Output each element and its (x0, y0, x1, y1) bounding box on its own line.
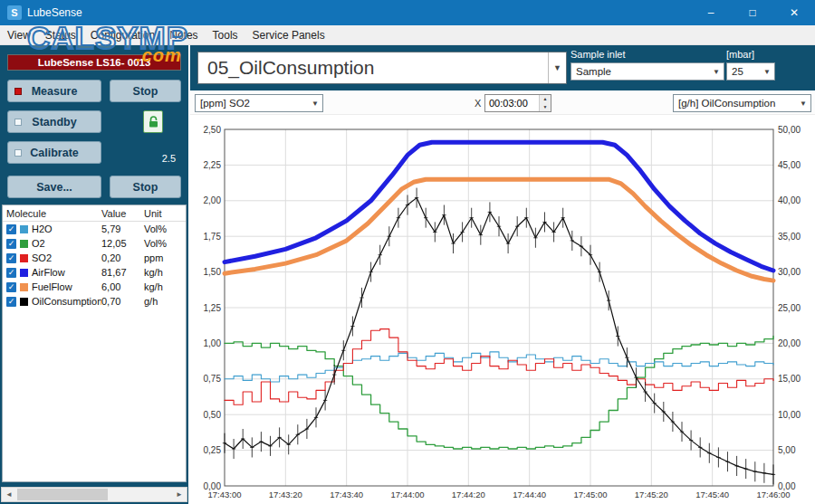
molecule-panel: Molecule Value Unit ✓H2O5,79Vol%✓O212,05… (2, 204, 187, 482)
scroll-right-icon[interactable]: ► (172, 490, 187, 499)
left-axis-tick-labels: 2,502,252,001,751,501,251,000,750,500,25… (204, 125, 222, 491)
svg-text:17:45:20: 17:45:20 (635, 490, 668, 499)
molecule-row-airflow: ✓AirFlow81,67kg/h (3, 265, 186, 280)
menu-item-view[interactable]: View (0, 29, 38, 42)
spin-up-icon[interactable]: ▲ (540, 95, 551, 103)
stop-label: Stop (133, 181, 158, 194)
molecule-name: SO2 (32, 252, 52, 263)
minimize-button[interactable]: – (690, 0, 732, 25)
time-window-spinner[interactable]: 00:03:00 ▲ ▼ (484, 94, 551, 112)
molecule-row-o2: ✓O212,05Vol% (3, 236, 186, 251)
measure-row: Measure Stop (7, 80, 181, 102)
mbar-label: [mbar] (726, 49, 775, 60)
mbar-select[interactable]: 25 ▼ (726, 62, 775, 81)
menubar: ViewStatusConfigurationNotesToolsService… (0, 25, 815, 45)
calibration-value: 2.5 (162, 153, 181, 164)
right-axis-select[interactable]: [g/h] OilConsumption ▼ (673, 94, 811, 112)
molecule-name: O2 (32, 238, 45, 249)
svg-text:17:44:40: 17:44:40 (513, 490, 546, 499)
molecule-unit: kg/h (144, 267, 182, 278)
app-icon: S (7, 5, 22, 20)
molecule-col-header: Molecule (6, 208, 101, 219)
molecule-checkbox[interactable]: ✓ (6, 297, 16, 307)
svg-text:17:45:00: 17:45:00 (574, 490, 608, 499)
molecule-color-swatch (20, 269, 28, 277)
molecule-color-swatch (20, 240, 28, 248)
molecule-name: AirFlow (32, 267, 65, 278)
menu-item-configuration[interactable]: Configuration (83, 29, 162, 42)
menu-item-service-panels[interactable]: Service Panels (245, 29, 332, 42)
chevron-down-icon[interactable]: ▼ (709, 68, 724, 76)
svg-text:17:43:20: 17:43:20 (269, 490, 302, 499)
close-button[interactable]: ✕ (773, 0, 815, 25)
menu-item-notes[interactable]: Notes (162, 29, 205, 42)
molecule-checkbox[interactable]: ✓ (6, 224, 16, 234)
program-select-value: 05_OilConsumption (198, 57, 548, 79)
titlebar: S LubeSense – □ ✕ (0, 0, 815, 25)
chart-svg: 2,502,252,001,751,501,251,000,750,500,25… (190, 115, 815, 504)
series-so2 (225, 329, 773, 405)
chevron-down-icon[interactable]: ▼ (760, 68, 774, 76)
standby-row: Standby (7, 110, 181, 133)
stop-button-top[interactable]: Stop (110, 80, 181, 102)
calibrate-indicator (14, 149, 22, 157)
molecule-row-so2: ✓SO20,20ppm (3, 251, 186, 265)
horizontal-scrollbar[interactable]: ◄ ► (1, 487, 187, 502)
svg-text:17:43:40: 17:43:40 (330, 490, 363, 499)
series-airflow (225, 142, 773, 271)
svg-text:35,00: 35,00 (778, 232, 801, 242)
molecule-checkbox[interactable]: ✓ (6, 253, 16, 263)
scroll-left-icon[interactable]: ◄ (2, 490, 16, 499)
molecule-checkbox[interactable]: ✓ (6, 239, 16, 249)
svg-text:25,00: 25,00 (778, 303, 801, 313)
svg-text:0,25: 0,25 (204, 445, 222, 455)
molecule-color-swatch (20, 225, 28, 233)
chevron-down-icon[interactable]: ▼ (308, 100, 322, 108)
svg-text:1,25: 1,25 (204, 303, 222, 313)
molecule-checkbox[interactable]: ✓ (6, 268, 16, 278)
maximize-button[interactable]: □ (732, 0, 773, 25)
chevron-down-icon[interactable]: ▼ (796, 100, 810, 108)
standby-button[interactable]: Standby (7, 110, 101, 133)
molecule-value: 6,00 (101, 281, 144, 292)
svg-text:17:46:00: 17:46:00 (757, 490, 791, 499)
right-axis-value: [g/h] OilConsumption (678, 98, 775, 109)
program-select[interactable]: 05_OilConsumption ▼ (197, 52, 567, 84)
molecule-color-swatch (20, 298, 28, 306)
measure-indicator (14, 88, 22, 95)
chart-area: 2,502,252,001,751,501,251,000,750,500,25… (190, 115, 815, 504)
unit-col-header: Unit (144, 208, 182, 219)
unlock-button[interactable] (143, 110, 163, 133)
calibrate-button[interactable]: Calibrate (7, 141, 101, 164)
window-title: LubeSense (27, 6, 82, 19)
measure-button[interactable]: Measure (7, 80, 101, 102)
chevron-down-icon[interactable]: ▼ (548, 52, 566, 83)
molecule-value: 0,20 (101, 252, 144, 263)
menu-item-tools[interactable]: Tools (206, 29, 245, 42)
molecule-checkbox[interactable]: ✓ (6, 282, 16, 292)
molecule-value: 5,79 (101, 223, 144, 234)
stop-button-bottom[interactable]: Stop (110, 176, 181, 198)
molecule-row-h2o: ✓H2O5,79Vol% (3, 222, 186, 236)
app-window: S LubeSense – □ ✕ ViewStatusConfiguratio… (0, 0, 815, 504)
svg-text:17:45:40: 17:45:40 (695, 490, 729, 499)
right-axis-tick-labels: 50,0045,0040,0035,0030,0025,0020,0015,00… (778, 125, 801, 491)
svg-text:17:44:20: 17:44:20 (452, 490, 485, 499)
window-controls: – □ ✕ (690, 0, 815, 25)
chart-series (223, 142, 775, 484)
spin-down-icon[interactable]: ▼ (540, 103, 551, 111)
standby-label: Standby (32, 116, 76, 128)
save-row: Save... Stop (7, 176, 181, 198)
scrollbar-thumb[interactable] (17, 489, 108, 500)
molecule-table-header: Molecule Value Unit (3, 205, 186, 222)
svg-text:17:44:00: 17:44:00 (391, 490, 425, 499)
save-button[interactable]: Save... (7, 176, 101, 198)
x-axis-tick-labels: 17:43:0017:43:2017:43:4017:44:0017:44:20… (208, 490, 791, 499)
svg-text:1,50: 1,50 (204, 267, 222, 277)
chart-header: 05_OilConsumption ▼ Sample inlet Sample … (190, 45, 815, 90)
molecule-unit: Vol% (144, 238, 182, 249)
control-panel: LubeSense LS16- 0013 Measure Stop Standb… (0, 45, 188, 504)
sample-inlet-select[interactable]: Sample ▼ (570, 62, 724, 81)
menu-item-status[interactable]: Status (38, 29, 83, 42)
left-axis-select[interactable]: [ppm] SO2 ▼ (195, 94, 323, 112)
